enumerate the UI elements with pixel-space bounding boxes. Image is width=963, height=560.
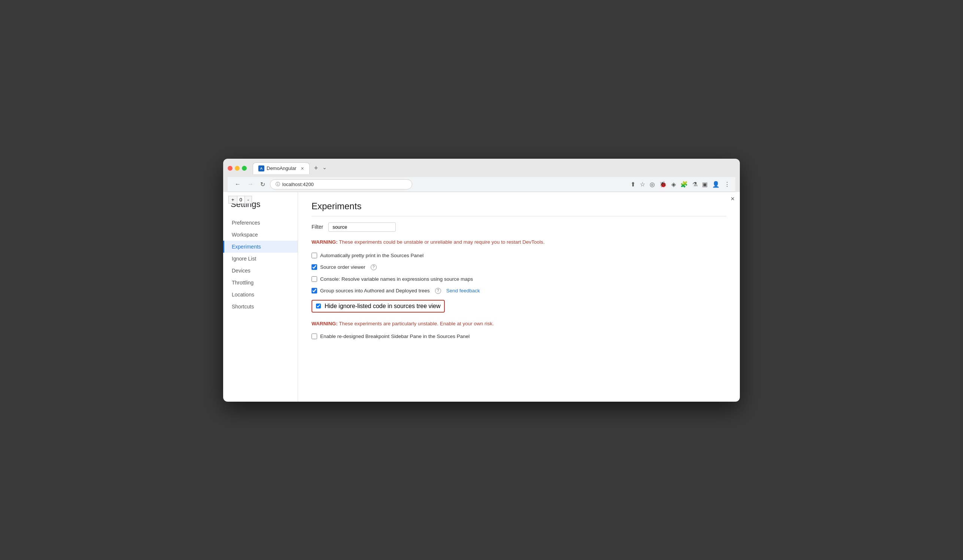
extensions-icon[interactable]: 🧩 <box>680 181 688 188</box>
warning-text-2: WARNING: These experiments are particula… <box>311 320 726 327</box>
tab-end-space: ⌄ <box>323 164 327 172</box>
sidebar-item-workspace[interactable]: Workspace <box>223 229 298 241</box>
experiment-source-order-viewer-text: Source order viewer <box>320 264 365 270</box>
tab-favicon: A <box>258 165 264 172</box>
sidebar-item-ignore-list[interactable]: Ignore List <box>223 252 298 265</box>
experiment-hide-ignore-listed-label[interactable]: Hide ignore-listed code in sources tree … <box>324 303 440 309</box>
toolbar-icons: ⬆ ☆ ◎ 🐞 ◈ 🧩 ⚗ ▣ 👤 ⋮ <box>631 181 730 188</box>
warning1-text: These experiments could be unstable or u… <box>338 239 545 245</box>
source-order-viewer-help-icon[interactable]: ? <box>371 264 377 270</box>
new-tab-button[interactable]: + <box>311 163 321 174</box>
counter-widget: + 0 - <box>229 196 252 204</box>
browser-chrome: A DemoAngular × + ⌄ ← → ↻ ⓘ localhost:42… <box>223 159 740 192</box>
experiment-auto-pretty-print-label[interactable]: Automatically pretty print in the Source… <box>311 252 423 258</box>
warning2-text: These experiments are particularly unsta… <box>338 321 494 327</box>
experiment-group-sources-label[interactable]: Group sources into Authored and Deployed… <box>311 288 430 293</box>
settings-panel: Settings Preferences Workspace Experimen… <box>223 192 740 401</box>
counter-plus-button[interactable]: + <box>229 196 237 204</box>
sidebar-item-locations[interactable]: Locations <box>223 289 298 301</box>
sidebar-item-throttling[interactable]: Throttling <box>223 277 298 289</box>
close-dot[interactable] <box>228 166 232 171</box>
experiment-source-order-viewer: Source order viewer ? <box>311 264 726 270</box>
experiment-auto-pretty-print: Automatically pretty print in the Source… <box>311 252 726 258</box>
sidebar-item-shortcuts[interactable]: Shortcuts <box>223 301 298 312</box>
browser-tab[interactable]: A DemoAngular × <box>253 162 310 174</box>
menu-icon[interactable]: ⋮ <box>724 181 730 188</box>
back-button[interactable]: ← <box>233 180 243 188</box>
share-icon[interactable]: ⬆ <box>631 181 636 188</box>
tab-bar: A DemoAngular × + ⌄ <box>253 162 327 174</box>
experiment-source-order-viewer-label[interactable]: Source order viewer <box>311 264 365 270</box>
experiment-console-resolve-label[interactable]: Console: Resolve variable names in expre… <box>311 276 473 282</box>
experiment-source-order-viewer-checkbox[interactable] <box>311 264 317 270</box>
warning2-label: WARNING: <box>311 321 338 327</box>
counter-value: 0 <box>237 196 245 204</box>
experiment-console-resolve-checkbox[interactable] <box>311 276 317 282</box>
forward-button[interactable]: → <box>246 180 255 188</box>
address-text: localhost:4200 <box>282 181 314 187</box>
experiment-breakpoint-sidebar-text: Enable re-designed Breakpoint Sidebar Pa… <box>320 333 470 339</box>
group-sources-help-icon[interactable]: ? <box>435 288 441 294</box>
settings-sidebar: Settings Preferences Workspace Experimen… <box>223 192 298 401</box>
experiment-hide-ignore-listed: Hide ignore-listed code in sources tree … <box>311 300 445 312</box>
settings-main: Experiments Filter WARNING: These experi… <box>298 192 740 401</box>
filter-row: Filter <box>311 222 726 232</box>
experiment-group-sources: Group sources into Authored and Deployed… <box>311 288 726 294</box>
experiment-hide-ignore-listed-checkbox[interactable] <box>316 304 321 308</box>
experiment-auto-pretty-print-checkbox[interactable] <box>311 252 317 258</box>
experiment-group-sources-checkbox[interactable] <box>311 288 317 293</box>
browser-content: + 0 - × Settings Preferences Workspace E… <box>223 192 740 401</box>
avatar-icon[interactable]: 👤 <box>712 181 720 188</box>
experiment-breakpoint-sidebar: Enable re-designed Breakpoint Sidebar Pa… <box>311 333 726 339</box>
address-bar: ← → ↻ ⓘ localhost:4200 ⬆ ☆ ◎ 🐞 ◈ 🧩 ⚗ ▣ 👤… <box>228 177 735 192</box>
experiments-heading: Experiments <box>311 201 726 216</box>
experiment-console-resolve-text: Console: Resolve variable names in expre… <box>320 276 473 282</box>
minimize-dot[interactable] <box>235 166 240 171</box>
sidebar-item-preferences[interactable]: Preferences <box>223 217 298 229</box>
tab-title: DemoAngular <box>267 165 297 171</box>
warning1-label: WARNING: <box>311 239 338 245</box>
reload-button[interactable]: ↻ <box>258 180 267 189</box>
experiment-breakpoint-sidebar-checkbox[interactable] <box>311 333 317 339</box>
sidebar-item-experiments[interactable]: Experiments <box>223 241 298 252</box>
experiment-breakpoint-sidebar-label[interactable]: Enable re-designed Breakpoint Sidebar Pa… <box>311 333 470 339</box>
experiment-group-sources-text: Group sources into Authored and Deployed… <box>320 288 430 293</box>
devtools-icon[interactable]: ◈ <box>671 181 676 188</box>
counter-minus-button[interactable]: - <box>245 196 252 204</box>
tab-close-button[interactable]: × <box>301 165 304 172</box>
title-bar: A DemoAngular × + ⌄ <box>228 162 735 174</box>
lens-icon[interactable]: ◎ <box>650 181 655 188</box>
layout-icon[interactable]: ▣ <box>702 181 708 188</box>
flask-icon[interactable]: ⚗ <box>692 181 697 188</box>
browser-window: A DemoAngular × + ⌄ ← → ↻ ⓘ localhost:42… <box>223 159 740 401</box>
experiment-console-resolve: Console: Resolve variable names in expre… <box>311 276 726 282</box>
sidebar-item-devices[interactable]: Devices <box>223 265 298 277</box>
star-icon[interactable]: ☆ <box>640 181 645 188</box>
window-controls <box>228 166 247 171</box>
devtools-close-button[interactable]: × <box>731 195 734 203</box>
info-icon: ⓘ <box>276 181 280 188</box>
filter-input[interactable] <box>328 222 396 232</box>
maximize-dot[interactable] <box>242 166 247 171</box>
chevron-down-icon: ⌄ <box>323 164 327 170</box>
address-input[interactable]: ⓘ localhost:4200 <box>270 179 412 189</box>
send-feedback-link[interactable]: Send feedback <box>446 288 480 293</box>
experiment-auto-pretty-print-text: Automatically pretty print in the Source… <box>320 252 423 258</box>
bug-icon[interactable]: 🐞 <box>659 181 667 188</box>
experiment-hide-ignore-listed-text: Hide ignore-listed code in sources tree … <box>324 303 440 309</box>
filter-label: Filter <box>311 224 323 230</box>
warning-text-1: WARNING: These experiments could be unst… <box>311 238 726 246</box>
